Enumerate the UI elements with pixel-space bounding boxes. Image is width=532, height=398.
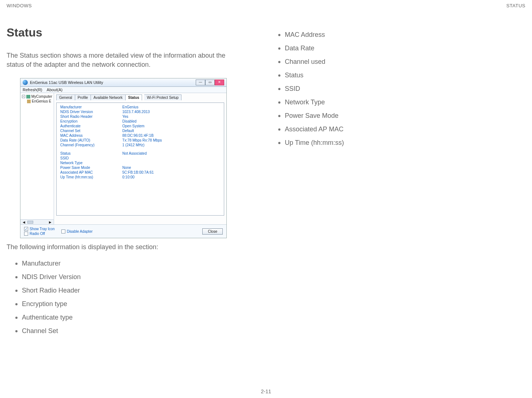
window-close-button[interactable]: ✕: [215, 80, 224, 85]
list-item: Associated AP MAC: [278, 123, 525, 136]
tree-child[interactable]: EnGenius E: [32, 99, 51, 103]
row-channel-set: Channel SetDefault: [60, 129, 220, 133]
adapter-icon: [27, 100, 31, 103]
close-button[interactable]: Close: [202, 228, 223, 235]
menubar: Refresh(R) About(A): [20, 87, 226, 93]
row-ssid: SSID: [60, 156, 220, 160]
tree-scrollbar[interactable]: ◄►: [20, 219, 54, 224]
row-data-rate: Data Rate (AUTO)Tx:78 Mbps Rx:78 Mbps: [60, 138, 220, 142]
list-item: NDIS Driver Version: [15, 270, 240, 284]
row-network-type: Network Type: [60, 161, 220, 165]
app-icon: [23, 80, 28, 85]
page-number: 2-11: [0, 389, 532, 394]
list-item: Power Save Mode: [278, 109, 525, 123]
row-authenticate: AuthenticateOpen System: [60, 124, 220, 128]
list-item: Status: [278, 69, 525, 82]
tab-wps[interactable]: Wi-Fi Protect Setup: [144, 94, 181, 100]
list-item: Channel used: [278, 55, 525, 69]
maximize-button[interactable]: ▭: [205, 80, 215, 85]
tree-collapse-icon[interactable]: −: [22, 95, 25, 98]
radio-off-checkbox[interactable]: Radio Off: [24, 232, 55, 236]
device-tree: − MyComputer EnGenius E ◄►: [20, 93, 54, 224]
tab-status[interactable]: Status: [126, 94, 142, 100]
list-item: Encryption type: [15, 297, 240, 311]
bullets-right: MAC Address Data Rate Channel used Statu…: [269, 28, 525, 150]
list-item: Manufacturer: [15, 257, 240, 270]
tabs: General Profile Available Network Status…: [56, 94, 224, 100]
list-item: Data Rate: [278, 42, 525, 55]
row-ndis: NDIS Driver Version1023.7.408.2013: [60, 110, 220, 114]
list-item: Authenticate type: [15, 311, 240, 324]
window-title: EnGenius 11ac USB Wireless LAN Utility: [30, 80, 103, 85]
utility-screenshot: EnGenius 11ac USB Wireless LAN Utility —…: [20, 78, 227, 238]
menu-about[interactable]: About(A): [47, 88, 62, 92]
computer-icon: [26, 95, 30, 98]
row-short-radio: Short Radio HeaderYes: [60, 115, 220, 119]
page-title: Status: [7, 26, 240, 39]
show-tray-checkbox[interactable]: ✓Show Tray Icon: [24, 227, 55, 231]
list-item: Network Type: [278, 96, 525, 109]
tree-root[interactable]: MyComputer: [31, 94, 52, 98]
minimize-button[interactable]: —: [196, 80, 205, 85]
list-item: MAC Address: [278, 28, 525, 42]
bullets-left: Manufacturer NDIS Driver Version Short R…: [7, 257, 240, 338]
row-assoc-ap-mac: Associated AP MAC5C:FB:1B:00:7A:61: [60, 170, 220, 174]
list-item: SSID: [278, 82, 525, 96]
window-footer: ✓Show Tray Icon Radio Off Disable Adapte…: [20, 224, 226, 238]
disable-adapter-checkbox[interactable]: Disable Adapter: [61, 229, 93, 233]
row-uptime: Up Time (hh:mm:ss)0:10:00: [60, 175, 220, 179]
lead-text: The Status section shows a more detailed…: [7, 51, 240, 69]
row-manufacturer: ManufacturerEnGenius: [60, 105, 220, 109]
header-right: STATUS: [506, 3, 525, 8]
list-item: Up Time (hh:mm:ss): [278, 136, 525, 150]
tab-profile[interactable]: Profile: [75, 94, 91, 100]
window-titlebar: EnGenius 11ac USB Wireless LAN Utility —…: [20, 78, 226, 87]
header-left: WINDOWS: [7, 3, 32, 8]
row-power-save: Power Save ModeNone: [60, 166, 220, 170]
menu-refresh[interactable]: Refresh(R): [23, 88, 42, 92]
row-encryption: EncryptionDisabled: [60, 119, 220, 123]
row-status: StatusNot Associated: [60, 151, 220, 155]
list-item: Channel Set: [15, 324, 240, 338]
tab-available-network[interactable]: Available Network: [91, 94, 126, 100]
tab-general[interactable]: General: [56, 94, 75, 100]
row-mac: MAC Address88:DC:96:01:4F:1B: [60, 134, 220, 138]
list-item: Short Radio Header: [15, 284, 240, 297]
row-channel-freq: Channel (Frequency)1 (2412 MHz): [60, 143, 220, 147]
status-panel: ManufacturerEnGenius NDIS Driver Version…: [56, 103, 224, 216]
after-text: The following information is displayed i…: [7, 243, 240, 251]
